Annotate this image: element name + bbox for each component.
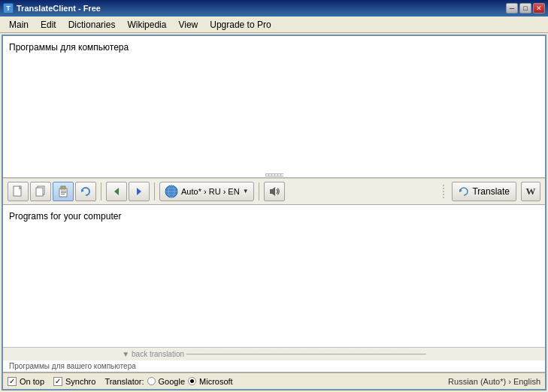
title-bar-left: T TranslateClient - Free — [3, 3, 101, 14]
google-label: Google — [159, 377, 185, 386]
lang-dropdown-arrow-icon: ▼ — [243, 188, 249, 194]
copy-button[interactable] — [30, 182, 51, 201]
forward-arrow-icon — [133, 185, 145, 198]
reload-button[interactable] — [75, 182, 96, 201]
ontop-label: On top — [20, 377, 44, 386]
back-translation-label: ▼ back translation ─────────────────────… — [122, 350, 425, 358]
paste-button[interactable] — [53, 182, 74, 201]
language-selector[interactable]: Auto* › RU › EN ▼ — [159, 182, 254, 201]
toolbar: Auto* › RU › EN ▼ — [3, 178, 545, 205]
source-area: Программы для компьютера — [3, 36, 545, 178]
svg-marker-16 — [270, 187, 275, 196]
menu-item-wikipedia[interactable]: Wikipedia — [121, 17, 172, 32]
result-area: Programs for your computer ▼ back transl… — [3, 205, 545, 372]
svg-marker-10 — [137, 188, 141, 195]
translator-item: Translator: Google Microsoft — [104, 377, 232, 386]
app-icon: T — [3, 3, 14, 14]
svg-rect-7 — [61, 194, 65, 194]
microsoft-label: Microsoft — [199, 377, 233, 386]
main-window: Программы для компьютера — [2, 35, 546, 390]
status-bar: ✓ On top ✓ Synchro Translator: Google Mi… — [3, 372, 545, 389]
source-input[interactable]: Программы для компьютера — [3, 36, 545, 177]
close-button[interactable]: ✕ — [533, 3, 545, 14]
svg-rect-4 — [61, 186, 65, 189]
svg-rect-5 — [61, 191, 66, 191]
separator-2 — [154, 182, 155, 201]
reload-icon — [80, 185, 92, 198]
svg-marker-9 — [114, 188, 119, 195]
minimize-button[interactable]: ─ — [506, 3, 518, 14]
back-button[interactable] — [106, 182, 127, 201]
ontop-item: ✓ On top — [8, 377, 44, 386]
copy-icon — [35, 185, 47, 198]
title-controls: ─ □ ✕ — [506, 3, 545, 14]
translate-label: Translate — [472, 186, 510, 197]
synchro-item: ✓ Synchro — [53, 377, 95, 386]
menu-bar: Main Edit Dictionaries Wikipedia View Up… — [0, 17, 548, 33]
result-text: Programs for your computer — [3, 205, 545, 228]
title-bar: T TranslateClient - Free ─ □ ✕ — [0, 0, 548, 17]
svg-rect-6 — [61, 192, 66, 193]
resize-handle[interactable] — [263, 173, 286, 177]
microsoft-radio[interactable] — [188, 377, 196, 385]
language-status: Russian (Auto*) › English — [448, 377, 540, 386]
svg-rect-2 — [36, 188, 43, 196]
title-text: TranslateClient - Free — [17, 4, 101, 13]
resize-indicator — [265, 173, 283, 176]
translate-button[interactable]: Translate — [452, 182, 516, 201]
menu-item-main[interactable]: Main — [3, 17, 35, 32]
translate-area: Translate W — [443, 182, 540, 201]
back-arrow-icon — [111, 185, 123, 198]
menu-item-edit[interactable]: Edit — [35, 17, 62, 32]
sound-icon — [268, 185, 280, 198]
translator-label: Translator: — [104, 377, 144, 386]
new-button[interactable] — [8, 182, 29, 201]
menu-item-upgrade[interactable]: Upgrade to Pro — [204, 17, 277, 32]
back-translation-bar: ▼ back translation ─────────────────────… — [3, 347, 545, 360]
globe-icon — [165, 185, 178, 198]
synchro-checkbox[interactable]: ✓ — [53, 377, 62, 386]
synchro-label: Synchro — [65, 377, 95, 386]
menu-item-view[interactable]: View — [172, 17, 204, 32]
translate-icon — [459, 186, 469, 197]
ontop-checkbox[interactable]: ✓ — [8, 377, 17, 386]
google-radio[interactable] — [147, 377, 156, 385]
lang-selector-label: Auto* › RU › EN — [181, 187, 240, 196]
dotted-separator — [443, 185, 444, 198]
new-doc-icon — [12, 185, 24, 198]
separator-3 — [259, 182, 259, 201]
result-container: Programs for your computer — [3, 205, 545, 347]
back-translation-text: Программы для вашего компьютера — [3, 360, 545, 372]
menu-item-dictionaries[interactable]: Dictionaries — [62, 17, 122, 32]
separator-1 — [101, 182, 101, 201]
wikipedia-button[interactable]: W — [521, 182, 540, 201]
paste-icon — [57, 185, 69, 198]
forward-button[interactable] — [129, 182, 150, 201]
sound-button[interactable] — [264, 182, 285, 201]
maximize-button[interactable]: □ — [519, 3, 531, 14]
